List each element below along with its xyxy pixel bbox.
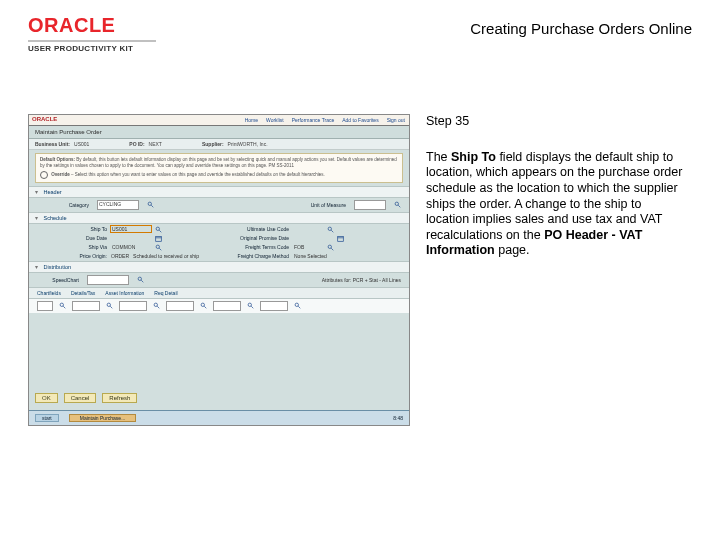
taskbar-clock: 8:48 [393, 415, 403, 421]
nav-perf[interactable]: Performance Trace [292, 117, 335, 123]
svg-rect-12 [338, 236, 344, 241]
chevron-down-icon: ▾ [35, 215, 38, 221]
uom-input[interactable] [354, 200, 386, 210]
windows-taskbar: start Maintain Purchase... 8:48 [29, 410, 409, 425]
default-options-note: Default Options: By default, this button… [35, 153, 403, 183]
svg-point-16 [138, 277, 141, 280]
lookup-icon[interactable] [59, 302, 66, 309]
speed-label: SpeedChart [37, 277, 79, 283]
grid-cell-input[interactable] [119, 301, 147, 311]
svg-line-3 [398, 205, 400, 207]
radio-icon[interactable] [40, 171, 48, 179]
cancel-button[interactable]: Cancel [64, 393, 97, 403]
grid-cell-input[interactable] [213, 301, 241, 311]
lookup-icon[interactable] [294, 302, 301, 309]
freightcode-label: Freight Terms Code [219, 244, 289, 250]
explanation-pre: The [426, 150, 451, 164]
tab-req[interactable]: Req Detail [154, 290, 177, 296]
origin-value: ORDER [111, 253, 129, 259]
form-buttons: OK Cancel Refresh [35, 393, 137, 403]
lookup-icon[interactable] [247, 302, 254, 309]
svg-line-11 [331, 230, 333, 232]
grid-cell-input[interactable] [166, 301, 194, 311]
tab-details[interactable]: Details/Tax [71, 290, 95, 296]
note-body: By default, this button lets default inf… [40, 157, 397, 168]
svg-point-8 [156, 245, 159, 248]
calendar-icon[interactable] [155, 235, 162, 242]
svg-line-29 [298, 306, 300, 308]
lookup-icon[interactable] [155, 226, 162, 233]
tab-chartfields[interactable]: Chartfields [37, 290, 61, 296]
supplier-value: PrintWORTH, Inc. [228, 141, 268, 147]
ok-button[interactable]: OK [35, 393, 58, 403]
grid-cell-input[interactable] [37, 301, 53, 311]
explanation-post: page. [495, 243, 530, 257]
pricedate-label: Original Promise Date [219, 235, 289, 241]
lookup-icon[interactable] [200, 302, 207, 309]
section-distribution[interactable]: ▾ Distribution [29, 261, 409, 273]
app-nav-bar: ORACLE Home Worklist Performance Trace A… [29, 115, 409, 126]
nav-fav[interactable]: Add to Favorites [342, 117, 378, 123]
po-label: PO ID: [129, 141, 144, 147]
speed-input[interactable] [87, 275, 129, 285]
grid-cell-input[interactable] [260, 301, 288, 311]
taskbar-item[interactable]: Maintain Purchase... [69, 414, 137, 422]
nav-worklist[interactable]: Worklist [266, 117, 284, 123]
svg-rect-6 [156, 236, 162, 241]
document-title: Creating Purchase Orders Online [470, 20, 692, 37]
tab-asset[interactable]: Asset Information [105, 290, 144, 296]
svg-line-9 [159, 248, 161, 250]
po-value: NEXT [149, 141, 162, 147]
shipvia-input[interactable]: COMMON [111, 244, 151, 250]
distrib-label: Ultimate Use Code [219, 226, 289, 232]
app-mini-logo: ORACLE [32, 116, 57, 122]
lookup-icon[interactable] [327, 226, 334, 233]
svg-line-21 [110, 306, 112, 308]
explanation-bold-shipto: Ship To [451, 150, 496, 164]
svg-point-18 [60, 303, 63, 306]
nav-home[interactable]: Home [245, 117, 258, 123]
svg-line-5 [159, 230, 161, 232]
svg-line-1 [151, 205, 153, 207]
duedate-label: Due Date [37, 235, 107, 241]
step-label: Step 35 [426, 114, 692, 130]
app-page-title: Maintain Purchase Order [29, 126, 409, 139]
note-override-body: – Select this option when you want to en… [71, 172, 325, 177]
schedule-fields: Ship To US001 Due Date Ship Via COMMON [29, 224, 409, 261]
start-button[interactable]: start [35, 414, 59, 422]
lookup-icon[interactable] [327, 244, 334, 251]
instruction-column: Step 35 The Ship To field displays the d… [426, 114, 692, 426]
lookup-icon[interactable] [153, 302, 160, 309]
grid-cell-input[interactable] [72, 301, 100, 311]
lookup-icon[interactable] [137, 276, 144, 283]
svg-point-28 [295, 303, 298, 306]
po-info-row: Business Unit:US001 PO ID:NEXT Supplier:… [29, 139, 409, 150]
lookup-icon[interactable] [155, 244, 162, 251]
note-title: Default Options: [40, 157, 75, 162]
svg-point-22 [154, 303, 157, 306]
chevron-down-icon: ▾ [35, 264, 38, 270]
uom-label: Unit of Measure [282, 202, 346, 208]
distribution-right-label: Attributes for: PCR + Stat - All Lines [322, 277, 401, 283]
shipto-input[interactable]: US001 [111, 226, 151, 232]
svg-line-23 [157, 306, 159, 308]
page-header: ORACLE USER PRODUCTIVITY KIT Creating Pu… [28, 14, 692, 60]
lookup-icon[interactable] [106, 302, 113, 309]
refresh-button[interactable]: Refresh [102, 393, 137, 403]
category-input[interactable]: CYCLING [97, 200, 139, 210]
section-header[interactable]: ▾ Header [29, 186, 409, 198]
section-header-label: Header [44, 189, 62, 195]
lookup-icon[interactable] [394, 201, 401, 208]
process-select[interactable]: None Selected [293, 253, 353, 259]
origin-label: Price Origin: [37, 253, 107, 259]
svg-point-26 [248, 303, 251, 306]
section-schedule[interactable]: ▾ Schedule [29, 212, 409, 224]
origin-hint: Scheduled to received or ship [133, 253, 199, 259]
lookup-icon[interactable] [147, 201, 154, 208]
svg-line-15 [331, 248, 333, 250]
header-fieldline: Category CYCLING Unit of Measure [29, 198, 409, 212]
calendar-icon[interactable] [337, 235, 344, 242]
nav-signout[interactable]: Sign out [387, 117, 405, 123]
freightcode-input[interactable]: FOB [293, 244, 323, 250]
svg-line-19 [63, 306, 65, 308]
